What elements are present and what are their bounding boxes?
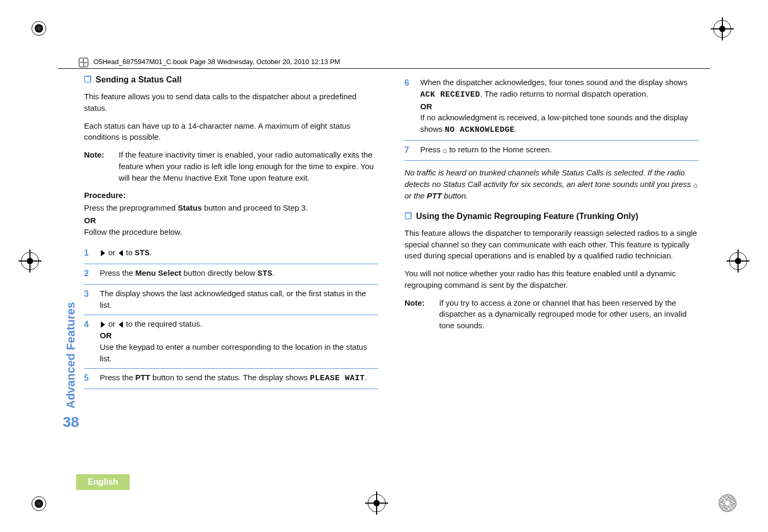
text: to return to the Home screen. — [447, 145, 552, 154]
home-icon: ⌂ — [443, 146, 447, 154]
note-text: If you try to access a zone or channel t… — [439, 297, 699, 331]
crop-mark-tl — [32, 21, 46, 36]
step-1: 1 or to STS. — [84, 244, 378, 264]
left-column: ❐ Sending a Status Call This feature all… — [84, 74, 378, 431]
steps-list: 1 or to STS. 2 Press the Menu Select but… — [84, 244, 378, 389]
step-5: 5 Press the PTT button to send the statu… — [84, 369, 378, 389]
arrow-right-icon — [101, 321, 105, 328]
step-7: 7 Press ⌂ to return to the Home screen. — [404, 141, 699, 161]
display-text: ACK RECEIVED — [420, 90, 480, 99]
note-block: Note: If the feature inactivity timer is… — [84, 149, 378, 183]
arrow-right-icon — [101, 250, 105, 256]
text: or the — [404, 191, 427, 200]
text: button directly below — [181, 268, 257, 277]
steps-list-cont: 6 When the dispatcher acknowledges, four… — [404, 74, 699, 161]
text: or — [106, 248, 118, 257]
header-text: O5Head_6875947M01_C.book Page 38 Wednesd… — [94, 58, 340, 66]
home-icon: ⌂ — [693, 181, 697, 189]
or-label: OR — [84, 215, 378, 226]
paragraph: This feature allows you to send data cal… — [84, 91, 378, 114]
text: Press the preprogrammed — [84, 203, 178, 212]
section-heading-dynamic-regroup: ❐ Using the Dynamic Regrouping Feature (… — [404, 210, 699, 222]
step-number: 4 — [84, 318, 92, 330]
or-label: OR — [100, 331, 112, 340]
step-body: Press the PTT button to send the status.… — [100, 372, 378, 384]
header-rule — [58, 68, 710, 69]
sidebar: Advanced Features 38 — [58, 74, 84, 431]
crop-mark-bl — [32, 496, 46, 511]
step-body: Press the Menu Select button directly be… — [100, 267, 378, 280]
step-number: 7 — [404, 144, 413, 156]
document-icon: ❐ — [404, 210, 412, 222]
note-label: Note: — [84, 149, 109, 183]
text: button to send the status. The display s… — [150, 373, 310, 382]
text: . — [365, 373, 367, 382]
display-text: STS — [257, 269, 273, 278]
reg-mark-ml — [21, 252, 39, 270]
text: Press the — [100, 373, 136, 382]
text: . — [150, 248, 152, 257]
text: . The radio returns to normal dispatch o… — [480, 89, 648, 98]
sunburst-br — [719, 494, 736, 512]
text: . — [273, 268, 275, 277]
display-text: NO ACKNOWLEDGE — [445, 126, 515, 134]
language-tab: English — [76, 474, 130, 490]
text: Use the keypad to enter a number corresp… — [100, 342, 367, 363]
text: Press — [420, 145, 443, 154]
text: button. — [442, 191, 468, 200]
step-3: 3 The display shows the last acknowledge… — [84, 285, 378, 316]
button-name: PTT — [136, 373, 150, 382]
or-label: OR — [420, 102, 432, 111]
note-label: Note: — [404, 297, 430, 331]
text: to the required status. — [124, 319, 202, 328]
arrow-left-icon — [119, 250, 123, 256]
text: to — [124, 248, 135, 257]
section-heading-status-call: ❐ Sending a Status Call — [84, 74, 378, 86]
display-text: PLEASE WAIT — [310, 374, 365, 383]
heading-text: Using the Dynamic Regrouping Feature (Tr… — [416, 210, 638, 222]
button-name: Menu Select — [136, 268, 182, 277]
step-2: 2 Press the Menu Select button directly … — [84, 264, 378, 285]
step-number: 2 — [84, 267, 92, 279]
step-6: 6 When the dispatcher acknowledges, four… — [404, 74, 699, 141]
step-body: or to the required status. OR Use the ke… — [100, 318, 378, 364]
text: Press the — [100, 268, 136, 277]
text: or — [106, 319, 118, 328]
reg-mark-tr — [713, 20, 731, 38]
procedure-intro: Press the preprogrammed Status button an… — [84, 202, 378, 214]
step-number: 5 — [84, 372, 92, 384]
text: . — [515, 124, 517, 133]
document-icon: ❐ — [84, 74, 91, 86]
right-column: 6 When the dispatcher acknowledges, four… — [404, 74, 699, 431]
step-4: 4 or to the required status. OR Use the … — [84, 315, 378, 369]
reg-mark-bc — [368, 494, 386, 512]
step-number: 1 — [84, 247, 92, 259]
step-body: When the dispatcher acknowledges, four t… — [420, 77, 699, 136]
paragraph: You will not notice whether your radio h… — [404, 268, 699, 291]
text: button and proceed to Step 3. — [202, 203, 308, 212]
page-number: 38 — [63, 414, 79, 431]
paragraph: This feature allows the dispatcher to te… — [404, 227, 699, 262]
step-body: or to STS. — [100, 247, 378, 259]
page-body: Advanced Features 38 ❐ Sending a Status … — [58, 74, 710, 431]
running-header: O5Head_6875947M01_C.book Page 38 Wednesd… — [79, 58, 340, 67]
note-block: Note: If you try to access a zone or cha… — [404, 297, 699, 331]
procedure-intro-2: Follow the procedure below. — [84, 226, 378, 238]
step-number: 3 — [84, 288, 92, 300]
step-body: Press ⌂ to return to the Home screen. — [420, 144, 699, 155]
button-name: PTT — [427, 191, 442, 200]
procedure-label: Procedure: — [84, 190, 378, 201]
reg-mark-mr — [729, 252, 747, 270]
step-number: 6 — [404, 77, 413, 89]
display-text: STS — [135, 249, 150, 258]
text: When the dispatcher acknowledges, four t… — [420, 78, 688, 87]
text: No traffic is heard on trunked channels … — [404, 168, 693, 189]
sidebar-title: Advanced Features — [64, 302, 78, 409]
arrow-left-icon — [119, 321, 123, 328]
step-body: The display shows the last acknowledged … — [100, 288, 378, 311]
paragraph: Each status can have up to a 14-characte… — [84, 120, 378, 143]
italic-note: No traffic is heard on trunked channels … — [404, 167, 699, 202]
button-name: Status — [178, 203, 202, 212]
heading-text: Sending a Status Call — [96, 74, 182, 86]
note-text: If the feature inactivity timer is enabl… — [119, 149, 378, 183]
